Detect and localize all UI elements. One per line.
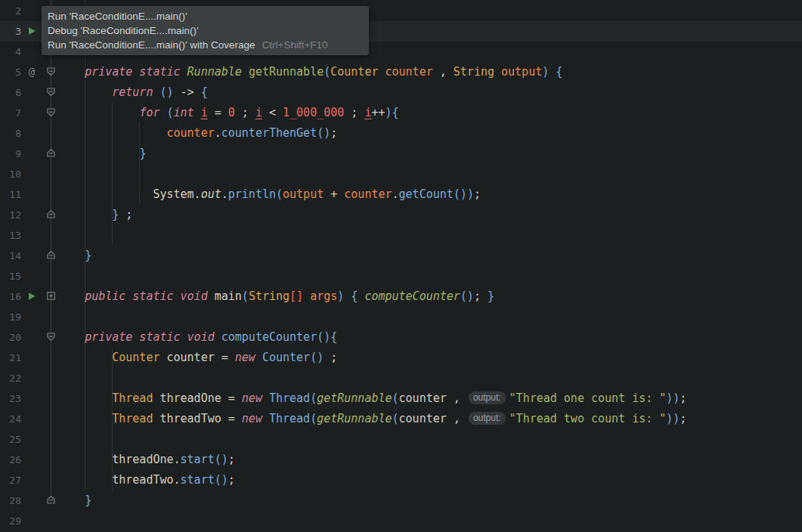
gutter[interactable]: 23 — [0, 388, 57, 409]
fold-close-icon[interactable] — [46, 208, 56, 222]
line-number: 29 — [0, 511, 21, 531]
gutter[interactable]: 5@ — [0, 62, 57, 82]
line-number: 9 — [0, 144, 21, 164]
gutter[interactable]: 12 — [0, 205, 57, 225]
code-rows: 2345@ private static Runnable getRunnabl… — [0, 1, 802, 531]
gutter[interactable]: 19 — [0, 307, 57, 327]
line-number: 19 — [0, 307, 21, 327]
code-token: )) — [666, 391, 680, 405]
line-number: 26 — [0, 450, 21, 470]
code-text: } — [57, 490, 91, 511]
code-token: ; — [228, 473, 235, 487]
gutter[interactable]: 25 — [0, 429, 57, 450]
line-number: 8 — [0, 123, 21, 144]
gutter[interactable]: 22 — [0, 368, 57, 388]
fold-collapsed-icon[interactable] — [46, 289, 56, 304]
code-text: counter.counterThenGet(); — [57, 123, 337, 144]
code-token: ++ — [371, 106, 385, 119]
fold-open-icon[interactable] — [46, 330, 56, 345]
gutter[interactable]: 6 — [0, 82, 57, 103]
menu-item-debug[interactable]: Debug 'RaceConditionE....main()' — [42, 23, 369, 38]
fold-open-icon[interactable] — [46, 106, 56, 120]
gutter[interactable]: 15 — [0, 266, 57, 286]
code-token: main — [208, 289, 242, 303]
code-token: Counter — [262, 351, 310, 364]
code-text: for (int i = 0 ; i < 1_000_000 ; i++){ — [57, 103, 399, 123]
code-token: Thread — [269, 412, 310, 425]
code-token: -> — [174, 85, 201, 99]
code-token: + — [324, 187, 344, 201]
code-token — [159, 106, 166, 119]
code-token — [57, 85, 112, 99]
line-number: 22 — [0, 368, 21, 388]
code-token: new — [235, 351, 255, 364]
code-token: () — [310, 351, 324, 364]
code-token — [242, 65, 249, 79]
code-line: 20 private static void computeCounter(){ — [0, 327, 802, 348]
fold-close-icon[interactable] — [46, 249, 56, 263]
code-token: ( — [392, 391, 399, 405]
gutter[interactable]: 14 — [0, 246, 57, 266]
code-token: output — [283, 187, 324, 201]
run-icon[interactable] — [27, 24, 36, 39]
gutter[interactable]: 26 — [0, 450, 57, 470]
code-token: ) — [337, 289, 344, 303]
line-number: 10 — [0, 164, 21, 184]
code-line: 25 — [0, 429, 802, 450]
code-token — [57, 65, 85, 79]
gutter[interactable]: 13 — [0, 225, 57, 246]
code-editor[interactable]: 2345@ private static Runnable getRunnabl… — [0, 0, 802, 532]
menu-item-run[interactable]: Run 'RaceConditionE....main()' — [42, 9, 369, 23]
run-icon[interactable] — [27, 289, 36, 304]
code-text: } — [57, 246, 91, 266]
code-token: ) — [467, 187, 474, 201]
gutter[interactable]: 24 — [0, 409, 57, 429]
code-token: 0 — [228, 106, 235, 119]
gutter[interactable]: 21 — [0, 348, 57, 368]
code-token: public static void — [85, 289, 208, 303]
code-token: getRunnable — [317, 412, 392, 425]
gutter[interactable]: 11 — [0, 184, 57, 205]
code-token — [57, 493, 85, 507]
code-token: "Thread one count is: " — [509, 391, 667, 405]
code-token: ; — [119, 208, 132, 221]
menu-item-run-with-coverage[interactable]: Run 'RaceConditionE....main()' with Cove… — [42, 38, 369, 52]
gutter[interactable]: 20 — [0, 327, 57, 348]
code-token: , — [433, 65, 454, 79]
line-number: 7 — [0, 103, 21, 123]
code-line: 13 — [0, 225, 802, 246]
code-token — [303, 289, 310, 303]
code-token: . — [221, 187, 228, 201]
code-token: threadTwo = — [153, 412, 241, 425]
code-token: < — [262, 106, 283, 119]
gutter[interactable]: 28 — [0, 490, 57, 511]
gutter[interactable]: 9 — [0, 144, 57, 164]
code-line: 29 — [0, 511, 802, 531]
code-token: private static void — [85, 330, 215, 344]
code-token: () — [317, 126, 330, 140]
code-token — [57, 147, 139, 160]
fold-open-icon[interactable] — [46, 65, 56, 79]
gutter[interactable]: 29 — [0, 511, 57, 531]
line-number: 12 — [0, 205, 21, 225]
code-token — [494, 65, 501, 79]
gutter[interactable]: 16 — [0, 286, 57, 307]
gutter[interactable]: 7 — [0, 103, 57, 123]
fold-close-icon[interactable] — [46, 147, 56, 161]
line-number: 13 — [0, 225, 21, 246]
gutter[interactable]: 8 — [0, 123, 57, 144]
code-text: Thread threadOne = new Thread(getRunnabl… — [57, 388, 686, 409]
line-number: 4 — [0, 42, 21, 62]
code-token: counter , — [399, 391, 467, 405]
code-line: 10 — [0, 164, 802, 184]
line-number: 11 — [0, 184, 21, 205]
gutter[interactable]: 27 — [0, 470, 57, 490]
code-text: threadOne.start(); — [57, 450, 235, 470]
code-token: String — [454, 65, 494, 79]
fold-open-icon[interactable] — [46, 85, 56, 100]
code-token: () — [460, 289, 474, 303]
code-line: 14 } — [0, 246, 802, 266]
fold-close-icon[interactable] — [46, 493, 56, 508]
line-number: 15 — [0, 266, 21, 286]
gutter[interactable]: 10 — [0, 164, 57, 184]
